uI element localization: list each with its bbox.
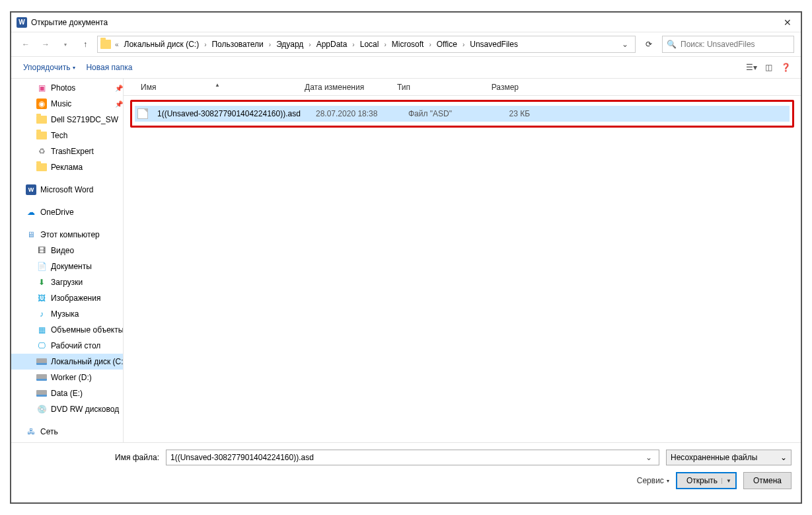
column-size[interactable]: Размер xyxy=(471,83,524,92)
sidebar-item[interactable]: Локальный диск (C:) xyxy=(11,354,123,370)
nav-up-button[interactable]: ↑ xyxy=(77,36,93,52)
sidebar-item-label: Музыка xyxy=(51,309,79,319)
file-list[interactable]: 1((Unsaved-308277901404224160)).asd 28.0… xyxy=(124,96,801,449)
search-icon: 🔍 xyxy=(667,40,677,49)
sidebar-item-label: Реклама xyxy=(51,163,83,172)
chevron-down-icon[interactable]: ⌄ xyxy=(780,453,787,462)
sidebar-item[interactable]: Tech xyxy=(11,128,123,143)
sidebar-item-label: DVD RW дисковод xyxy=(51,405,119,414)
breadcrumb-overflow[interactable]: « xyxy=(114,41,120,48)
sidebar-item[interactable]: 🎞Видео xyxy=(11,243,123,258)
sidebar-item[interactable]: Worker (D:) xyxy=(11,370,123,385)
sidebar-item[interactable]: Dell S2719DC_SW xyxy=(11,112,123,128)
filename-combobox[interactable]: 1((Unsaved-308277901404224160)).asd ⌄ xyxy=(166,450,659,465)
sidebar-item[interactable]: Реклама xyxy=(11,159,123,175)
titlebar: W Открытие документа ✕ xyxy=(11,13,801,32)
sidebar-item-label: OneDrive xyxy=(40,208,74,217)
breadcrumb-item[interactable]: Локальный диск (C:) xyxy=(122,38,202,50)
sort-asc-icon: ▲ xyxy=(215,82,220,88)
sidebar-item-label: Photos xyxy=(51,83,75,93)
sidebar-item[interactable]: Data (E:) xyxy=(11,385,123,401)
file-type: Файл "ASD" xyxy=(403,109,482,118)
content-area: Имя▲ Дата изменения Тип Размер 1((Unsave… xyxy=(124,79,801,449)
chevron-down-icon[interactable]: ⌄ xyxy=(643,453,655,462)
sidebar-item[interactable]: 📄Документы xyxy=(11,258,123,274)
sidebar-item[interactable]: 🖥Этот компьютер xyxy=(11,227,123,243)
filename-value: 1((Unsaved-308277901404224160)).asd xyxy=(170,453,314,462)
breadcrumb-item[interactable]: Пользователи xyxy=(209,38,266,50)
sidebar-item-label: Документы xyxy=(51,262,92,271)
tools-button[interactable]: Сервис▾ xyxy=(637,476,669,485)
help-button[interactable]: ❓ xyxy=(777,59,794,76)
window-title: Открытие документа xyxy=(31,18,780,27)
column-name[interactable]: Имя▲ xyxy=(135,83,299,92)
column-headers: Имя▲ Дата изменения Тип Размер xyxy=(124,79,801,96)
sidebar-item[interactable]: ▣Photos📌 xyxy=(11,80,123,96)
column-date[interactable]: Дата изменения xyxy=(299,83,392,92)
sidebar-item-label: Worker (D:) xyxy=(51,373,92,382)
dialog-body: ▣Photos📌◉Music📌Dell S2719DC_SWTech♻Trash… xyxy=(11,79,801,449)
file-row[interactable]: 1((Unsaved-308277901404224160)).asd 28.0… xyxy=(135,106,790,122)
sidebar-item[interactable]: 🖧Сеть xyxy=(11,424,123,440)
sidebar-item[interactable]: ▦Объемные объекты xyxy=(11,322,123,338)
sidebar-item[interactable]: ◉Music📌 xyxy=(11,96,123,112)
sidebar-item[interactable]: ☁OneDrive xyxy=(11,204,123,220)
sidebar-item[interactable]: 💿DVD RW дисковод xyxy=(11,401,123,417)
sidebar-item[interactable]: ♪Музыка xyxy=(11,306,123,322)
sidebar: ▣Photos📌◉Music📌Dell S2719DC_SWTech♻Trash… xyxy=(11,79,124,449)
sidebar-item-label: Локальный диск (C:) xyxy=(51,357,123,366)
nav-forward-button[interactable]: → xyxy=(38,36,54,52)
cancel-button[interactable]: Отмена xyxy=(743,472,792,489)
filename-label: Имя файла: xyxy=(106,453,159,462)
sidebar-item-label: Data (E:) xyxy=(51,389,83,398)
nav-back-button[interactable]: ← xyxy=(18,36,34,52)
breadcrumb-item[interactable]: UnsavedFiles xyxy=(467,38,521,50)
preview-pane-button[interactable]: ◫ xyxy=(760,59,777,76)
view-options-button[interactable]: ☰▾ xyxy=(743,59,760,76)
address-dropdown[interactable]: ⌄ xyxy=(618,40,632,49)
file-icon xyxy=(137,108,148,119)
breadcrumb-item[interactable]: Local xyxy=(357,38,382,50)
filetype-combobox[interactable]: Несохраненные файлы ⌄ xyxy=(666,450,792,465)
sidebar-item-label: Этот компьютер xyxy=(40,230,100,239)
refresh-button[interactable]: ⟳ xyxy=(640,36,658,53)
file-date: 28.07.2020 18:38 xyxy=(311,109,403,118)
sidebar-item[interactable]: ⬇Загрузки xyxy=(11,274,123,290)
footer: Имя файла: 1((Unsaved-308277901404224160… xyxy=(11,442,801,502)
word-app-icon: W xyxy=(17,17,27,28)
sidebar-item-label: Изображения xyxy=(51,294,100,303)
pin-icon: 📌 xyxy=(115,85,123,92)
pin-icon: 📌 xyxy=(115,100,123,108)
nav-bar: ← → ▾ ↑ « Локальный диск (C:)› Пользоват… xyxy=(11,32,801,56)
sidebar-item-label: Объемные объекты xyxy=(51,325,123,335)
close-button[interactable]: ✕ xyxy=(780,17,795,28)
sidebar-item[interactable]: 🖵Рабочий стол xyxy=(11,338,123,354)
dialog-window: W Открытие документа ✕ ← → ▾ ↑ « Локальн… xyxy=(10,11,802,504)
sidebar-item-label: Music xyxy=(51,99,71,108)
address-bar[interactable]: « Локальный диск (C:)› Пользователи› Эду… xyxy=(97,36,636,53)
column-type[interactable]: Тип xyxy=(392,83,471,92)
nav-recent-dropdown[interactable]: ▾ xyxy=(57,36,73,52)
open-button[interactable]: Открыть▼ xyxy=(676,472,737,489)
sidebar-item[interactable]: 🖼Изображения xyxy=(11,290,123,306)
sidebar-item-label: Microsoft Word xyxy=(40,185,93,194)
search-input[interactable] xyxy=(681,40,790,49)
sidebar-item-label: Dell S2719DC_SW xyxy=(51,115,118,124)
filetype-value: Несохраненные файлы xyxy=(671,453,757,462)
organize-button[interactable]: Упорядочить▾ xyxy=(18,60,81,75)
highlight-box: 1((Unsaved-308277901404224160)).asd 28.0… xyxy=(130,100,794,128)
new-folder-button[interactable]: Новая папка xyxy=(81,60,137,75)
open-split-icon[interactable]: ▼ xyxy=(721,478,731,484)
breadcrumb-item[interactable]: Эдуард xyxy=(274,38,306,50)
breadcrumb-item[interactable]: Microsoft xyxy=(389,38,427,50)
sidebar-item-label: TrashExpert xyxy=(51,147,94,156)
toolbar: Упорядочить▾ Новая папка ☰▾ ◫ ❓ xyxy=(11,56,801,79)
file-name: 1((Unsaved-308277901404224160)).asd xyxy=(152,109,311,118)
sidebar-item[interactable]: ♻TrashExpert xyxy=(11,143,123,159)
breadcrumb-item[interactable]: AppData xyxy=(314,38,350,50)
sidebar-item[interactable]: WMicrosoft Word xyxy=(11,182,123,198)
sidebar-item-label: Сеть xyxy=(40,427,58,436)
breadcrumb-item[interactable]: Office xyxy=(434,38,460,50)
search-box[interactable]: 🔍 xyxy=(662,36,794,53)
sidebar-item-label: Загрузки xyxy=(51,278,83,287)
